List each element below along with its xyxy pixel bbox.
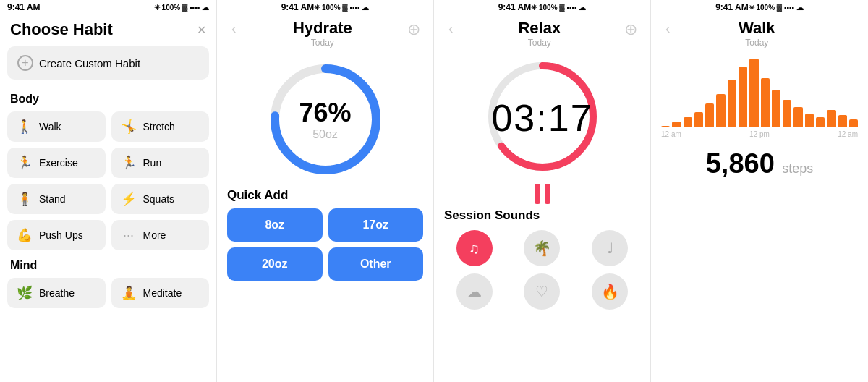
habit-stand[interactable]: 🧍 Stand <box>7 184 106 214</box>
quick-add-17oz[interactable]: 17oz <box>328 208 424 242</box>
habit-breathe[interactable]: 🌿 Breathe <box>7 278 106 308</box>
walk-header: ‹ Walk Today ⊕ <box>651 14 868 51</box>
body-section-label: Body <box>0 87 216 109</box>
relax-subtitle: Today <box>518 38 561 48</box>
squats-icon: ⚡ <box>120 191 137 207</box>
relax-timer: 03:17 <box>491 96 592 140</box>
hydrate-subtitle: Today <box>293 38 352 48</box>
breathe-icon: 🌿 <box>16 285 33 301</box>
walk-panel: 9:41 AM ✳ 100% ▓ ▪▪▪▪ ☁ ‹ Walk Today ⊕ 1… <box>651 0 868 382</box>
bar-item <box>849 119 858 127</box>
hydrate-title-area: Hydrate Today <box>293 19 352 48</box>
habit-walk[interactable]: 🚶 Walk <box>7 111 106 142</box>
session-sounds-title: Session Sounds <box>444 208 640 223</box>
create-custom-habit-button[interactable]: + Create Custom Habit <box>7 46 209 80</box>
walk-chart-container: 12 am 12 pm 12 am <box>651 55 868 138</box>
breathe-label: Breathe <box>39 287 75 299</box>
bar-item <box>793 107 802 128</box>
bar-item <box>739 67 747 127</box>
habit-exercise[interactable]: 🏃 Exercise <box>7 148 106 178</box>
bar-item <box>705 103 714 127</box>
sound-heart-button[interactable]: ♡ <box>524 273 560 310</box>
pause-icon <box>535 184 550 204</box>
stretch-icon: 🤸 <box>120 119 137 135</box>
status-bar-3: 9:41 AM ✳ 100% ▓ ▪▪▪▪ ☁ <box>491 0 594 14</box>
quick-add-title: Quick Add <box>227 188 423 203</box>
hydrate-oz-value: 50oz <box>299 128 351 141</box>
bar-item <box>749 59 758 127</box>
bar-chart-labels: 12 am 12 pm 12 am <box>661 130 858 138</box>
pause-bar-right <box>545 184 550 204</box>
stretch-label: Stretch <box>143 121 175 132</box>
create-custom-label: Create Custom Habit <box>39 57 140 69</box>
walk-label: Walk <box>39 121 61 132</box>
habit-run[interactable]: 🏃 Run <box>111 148 210 178</box>
squats-label: Squats <box>143 193 175 205</box>
hydrate-add-button[interactable]: ⊕ <box>404 19 423 41</box>
body-habits-grid: 🚶 Walk 🤸 Stretch 🏃 Exercise 🏃 Run 🧍 Stan… <box>0 109 216 253</box>
close-button[interactable]: ✕ <box>197 23 206 37</box>
run-label: Run <box>143 157 162 169</box>
habit-meditate[interactable]: 🧘 Meditate <box>111 278 210 308</box>
chart-label-12am-end: 12 am <box>838 130 858 138</box>
relax-progress-circle: 03:17 <box>481 55 604 178</box>
relax-title-area: Relax Today <box>518 19 561 48</box>
more-icon: ··· <box>120 228 137 243</box>
habit-stretch[interactable]: 🤸 Stretch <box>111 111 210 142</box>
bar-item <box>684 117 692 127</box>
choose-habit-title: Choose Habit <box>10 20 113 39</box>
relax-add-button[interactable]: ⊕ <box>621 19 640 41</box>
bar-item <box>816 117 825 127</box>
bar-item <box>827 110 835 127</box>
bar-item <box>694 112 703 127</box>
status-icons-4: ✳ 100% ▓ ▪▪▪▪ ☁ <box>749 4 804 12</box>
quick-add-section: Quick Add 8oz 17oz 20oz Other <box>217 188 433 281</box>
status-icons-1: ✳ 100% ▓ ▪▪▪▪ ☁ <box>154 4 209 12</box>
hydrate-prev-button[interactable]: ‹ <box>227 19 241 38</box>
walk-title: Walk <box>739 19 775 38</box>
bar-item <box>672 122 681 127</box>
relax-title: Relax <box>518 19 561 38</box>
mind-section-label: Mind <box>0 253 216 275</box>
relax-panel: 9:41 AM ✳ 100% ▓ ▪▪▪▪ ☁ ‹ Relax Today ⊕ … <box>434 0 651 382</box>
meditate-label: Meditate <box>143 287 182 299</box>
pause-bar-left <box>535 184 540 204</box>
time-1: 9:41 AM <box>7 2 41 12</box>
walk-subtitle: Today <box>739 38 775 48</box>
sound-music-button[interactable]: ♫ <box>456 230 493 266</box>
bar-item <box>728 80 736 128</box>
bar-item <box>805 114 814 127</box>
time-4: 9:41 AM <box>715 2 749 12</box>
hydrate-circle-text: 76% 50oz <box>299 98 351 141</box>
walk-prev-button[interactable]: ‹ <box>661 19 675 38</box>
steps-label: steps <box>782 161 813 176</box>
stand-label: Stand <box>39 193 66 205</box>
habit-more[interactable]: ··· More <box>111 220 210 250</box>
quick-add-other[interactable]: Other <box>328 247 424 281</box>
exercise-label: Exercise <box>39 157 78 169</box>
chart-label-12am: 12 am <box>661 130 681 138</box>
run-icon: 🏃 <box>120 155 137 171</box>
sound-rain-button[interactable]: ☁ <box>456 273 493 310</box>
chart-label-12pm: 12 pm <box>749 130 770 138</box>
session-sounds-section: Session Sounds ♫ 🌴 ♩ ☁ ♡ 🔥 <box>434 208 650 310</box>
sound-fire-button[interactable]: 🔥 <box>592 273 628 310</box>
habit-pushups[interactable]: 💪 Push Ups <box>7 220 106 250</box>
sound-note-button[interactable]: ♩ <box>592 230 628 266</box>
sound-island-button[interactable]: 🌴 <box>524 230 560 266</box>
status-bar-2: 9:41 AM ✳ 100% ▓ ▪▪▪▪ ☁ <box>274 0 377 14</box>
quick-add-8oz[interactable]: 8oz <box>227 208 323 242</box>
relax-prev-button[interactable]: ‹ <box>444 19 458 38</box>
steps-number: 5,860 <box>706 148 775 179</box>
stand-icon: 🧍 <box>16 191 33 207</box>
quick-add-20oz[interactable]: 20oz <box>227 247 323 281</box>
bar-item <box>783 100 791 127</box>
bar-item <box>661 126 670 127</box>
habit-squats[interactable]: ⚡ Squats <box>111 184 210 214</box>
mind-habits-grid: 🌿 Breathe 🧘 Meditate <box>0 275 216 311</box>
walk-title-area: Walk Today <box>739 19 775 48</box>
more-label: More <box>143 229 166 241</box>
bar-item <box>772 90 780 127</box>
quick-add-grid: 8oz 17oz 20oz Other <box>227 208 423 281</box>
panel1-header: Choose Habit ✕ <box>0 14 216 43</box>
